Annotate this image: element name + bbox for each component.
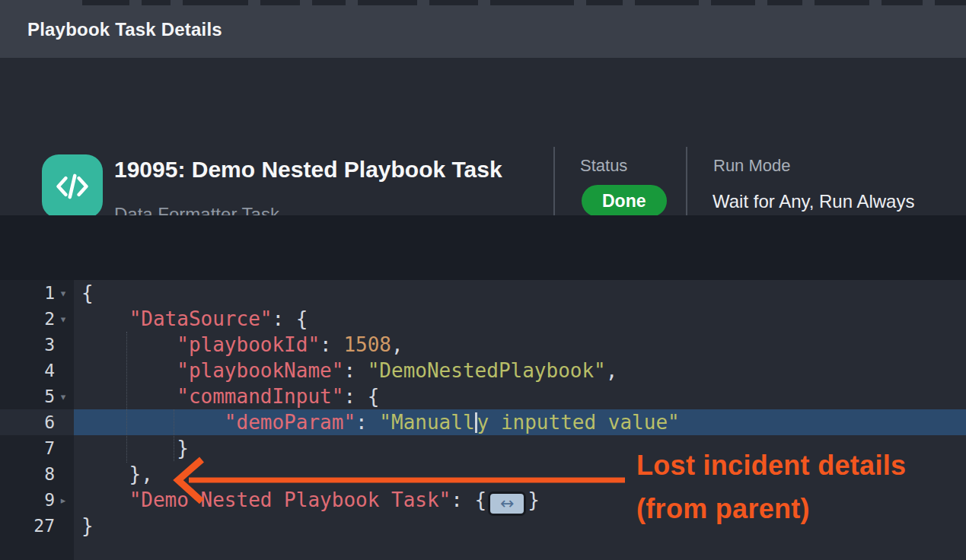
code-line[interactable]: { (74, 280, 966, 306)
line-number: 1 (0, 283, 55, 303)
line-number: 27 (0, 516, 55, 536)
code-token: }, (81, 463, 153, 485)
code-token (81, 488, 129, 511)
indent-guide (174, 409, 174, 461)
code-token: "Demo Nested Playbook Task" (129, 488, 451, 511)
line-number: 3 (0, 335, 55, 355)
code-token: 1508 (343, 333, 391, 356)
code-token: } (81, 437, 189, 460)
code-token: "DemoNestedPlaybook" (368, 359, 606, 382)
code-token: : { (451, 488, 486, 511)
line-number: 6 (0, 412, 55, 432)
code-token: : { (343, 385, 379, 408)
status-badge: Done (582, 185, 667, 217)
annotation-line: Lost incident details (636, 444, 906, 487)
run-mode-label: Run Mode (713, 156, 791, 176)
code-icon (42, 154, 103, 218)
code-token: y inputted value" (477, 411, 680, 434)
code-token: } (81, 514, 94, 537)
code-token: "Manuall (379, 411, 474, 434)
background-clipped-content (0, 0, 966, 5)
code-token: , (606, 359, 618, 382)
code-token: : (355, 411, 379, 434)
code-token: , (391, 333, 403, 356)
playbook-task-details-modal: Playbook Task Details 19095: Demo Nested… (0, 0, 966, 560)
code-line[interactable]: "demoParam": "Manually inputted value" (74, 409, 966, 435)
run-mode-value: Wait for Any, Run Always (713, 191, 914, 212)
code-token: "demoParam" (225, 411, 355, 434)
annotation-text: Lost incident details (from parent) (636, 444, 906, 530)
code-token: { (81, 282, 94, 304)
tab-bar: Task Details Playbook Data (0, 215, 966, 280)
code-token: "playbookId" (177, 333, 320, 356)
line-number: 4 (0, 361, 55, 380)
code-token: "commandInput" (177, 385, 343, 408)
expand-horizontal-icon[interactable]: ↔ (488, 492, 526, 516)
code-token: : (320, 333, 343, 356)
code-token: : { (272, 307, 308, 330)
indent-guide (126, 332, 127, 463)
line-number: 2 (0, 309, 55, 329)
divider (553, 147, 555, 223)
chevron-down-icon[interactable]: ▾ (55, 288, 72, 299)
status-label: Status (580, 156, 627, 176)
modal-header: Playbook Task Details (0, 0, 966, 58)
line-number: 5 (0, 387, 55, 406)
code-token (81, 411, 225, 434)
code-token (81, 333, 177, 356)
chevron-right-icon[interactable]: ▸ (55, 495, 72, 506)
chevron-down-icon[interactable]: ▾ (55, 391, 72, 402)
line-number: 8 (0, 464, 55, 484)
chevron-down-icon[interactable]: ▾ (55, 313, 72, 325)
code-token: } (528, 488, 540, 511)
code-token: "DataSource" (129, 307, 273, 330)
line-number: 9 (0, 490, 55, 510)
line-number: 7 (0, 438, 55, 458)
code-token (81, 385, 177, 408)
code-token (81, 359, 177, 382)
code-line[interactable]: "playbookName": "DemoNestedPlaybook", (74, 358, 966, 383)
code-token (81, 307, 129, 330)
annotation-line: (from parent) (636, 487, 906, 530)
code-token: "playbookName" (177, 359, 343, 382)
task-title: 19095: Demo Nested Playbook Task (114, 157, 502, 183)
modal-title: Playbook Task Details (27, 19, 222, 40)
code-token: : (343, 359, 367, 382)
code-line[interactable]: "DataSource": { (74, 306, 966, 332)
code-line[interactable]: "commandInput": { (74, 383, 966, 409)
editor-gutter: 1▾2▾345▾6789▸27 (0, 280, 74, 560)
task-header: 19095: Demo Nested Playbook Task Data Fo… (0, 58, 966, 215)
code-line[interactable]: "playbookId": 1508, (74, 332, 966, 358)
divider (686, 147, 687, 223)
